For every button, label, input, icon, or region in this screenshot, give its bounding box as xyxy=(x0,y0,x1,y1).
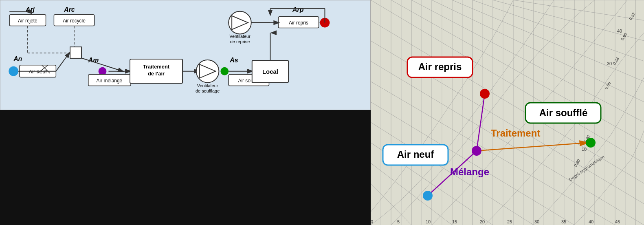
an-label: An xyxy=(13,55,22,62)
air-melange-label: Air mélangé xyxy=(97,78,123,84)
air-repris-point xyxy=(480,89,490,99)
psychrometric-chart: 0 5 10 15 20 25 30 35 40 45 0.92 0.90 0.… xyxy=(371,0,644,225)
axis-5: 5 xyxy=(397,219,400,224)
as-label: As xyxy=(229,57,238,64)
air-neuf-chart-label: Air neuf xyxy=(397,149,435,160)
arj-label: Arj xyxy=(25,6,35,13)
svg-point-21 xyxy=(220,67,229,75)
axis-40: 40 xyxy=(589,219,593,224)
arp-label: Arp xyxy=(292,6,304,13)
svg-point-13 xyxy=(99,67,107,75)
axis-30: 30 xyxy=(534,219,539,224)
right-axis-30: 30 xyxy=(607,61,612,66)
air-recycle-label: Air recyclé xyxy=(63,18,86,24)
air-neuf-point xyxy=(423,191,433,201)
axis-25: 25 xyxy=(507,219,512,224)
right-axis-10: 10 xyxy=(582,147,587,152)
left-panel: Air neuf An Arj Air rejeté Arc Air recyc… xyxy=(0,0,371,225)
diagram-svg: Air neuf An Arj Air rejeté Arc Air recyc… xyxy=(0,0,370,110)
axis-0: 0 xyxy=(371,219,373,224)
traitement-label2: de l'air xyxy=(148,71,165,77)
am-label: Am xyxy=(88,57,99,64)
melange-chart-label: Mélange xyxy=(450,166,489,177)
axis-10: 10 xyxy=(426,219,431,224)
traitement-chart-label: Traitement xyxy=(491,128,540,139)
axis-15: 15 xyxy=(452,219,457,224)
right-panel: 0 5 10 15 20 25 30 35 40 45 0.92 0.90 0.… xyxy=(371,0,644,225)
arc-label: Arc xyxy=(64,6,75,13)
traitement-label: Traitement xyxy=(143,64,170,70)
black-area xyxy=(0,110,371,225)
axis-45: 45 xyxy=(615,219,620,224)
axis-20: 20 xyxy=(480,219,485,224)
air-neuf-node xyxy=(9,66,18,76)
air-souffle-chart-label: Air soufflé xyxy=(539,107,588,118)
air-repris-label: Air repris xyxy=(289,20,308,26)
svg-rect-39 xyxy=(371,0,644,225)
vent-soufflage-label: Ventilateur xyxy=(197,83,218,88)
local-label: Local xyxy=(262,68,278,75)
axis-35: 35 xyxy=(561,219,566,224)
vent-soufflage-label2: de soufflage xyxy=(196,88,220,93)
vent-reprise-label: Ventilateur xyxy=(229,34,251,39)
right-axis-40: 40 xyxy=(617,29,622,33)
air-souffle-point xyxy=(586,138,596,148)
vent-reprise-label2: de reprise xyxy=(230,39,250,44)
air-melange-point xyxy=(472,146,481,156)
hvac-diagram: Air neuf An Arj Air rejeté Arc Air recyc… xyxy=(0,0,371,110)
air-repris-chart-label: Air repris xyxy=(418,61,462,72)
air-rejete-label: Air rejeté xyxy=(18,18,37,24)
svg-rect-6 xyxy=(70,47,81,58)
